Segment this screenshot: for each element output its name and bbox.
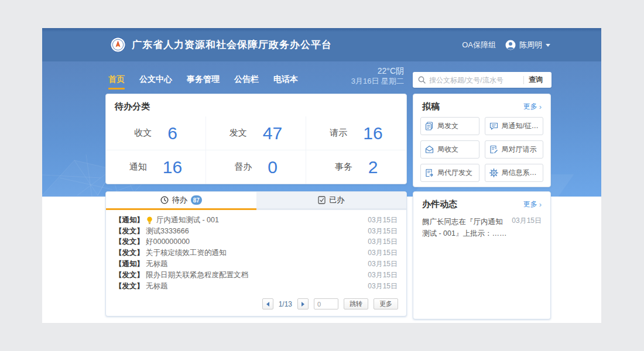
checklist-icon [318,196,326,204]
task-item[interactable]: 【通知】 无标题 03月15日 [115,259,398,270]
clock-icon [160,196,169,204]
draft-notice-button[interactable]: 局通知/征求意见/... [485,117,544,135]
search-input[interactable] [429,76,522,84]
task-list-panel: 待办 87 已办 【通知】 厅内通知测试 - 001 03月 [105,191,407,316]
app-header: 广东省人力资源和社会保障厅政务办公平台 OA保障组 陈周明 [42,28,601,61]
todo-summary-title: 待办分类 [115,101,150,112]
weather-temperature: 22°C阴 [351,66,404,77]
search-divider [523,76,524,84]
lightbulb-icon [146,216,153,224]
search-icon [418,76,426,84]
nav-item-home[interactable]: 首页 [108,74,125,90]
activity-panel-title: 办件动态 [422,199,457,210]
comment-icon [489,122,498,130]
nav-item-bulletin[interactable]: 公告栏 [234,74,259,90]
chevron-right-icon: › [539,201,542,208]
draft-more-link[interactable]: 更多 › [523,102,542,112]
activity-more-link[interactable]: 更多 › [523,199,542,209]
pager-prev-button[interactable] [262,298,273,309]
search-bar: 查询 [413,72,551,88]
brand: 广东省人力资源和社会保障厅政务办公平台 [110,37,332,53]
tab-done-label: 已办 [329,195,344,205]
draft-buttons-grid: 局发文 局通知/征求意见/... 局收文 [413,117,550,182]
nav-item-phonebook[interactable]: 电话本 [273,74,298,90]
draft-incoming-doc-button[interactable]: 局收文 [420,140,479,159]
user-menu[interactable]: 陈周明 [505,40,550,50]
stat-notices[interactable]: 通知 16 [106,150,206,184]
gear-icon [489,168,498,177]
tab-done[interactable]: 已办 [256,192,407,210]
stat-supervision[interactable]: 督办 0 [206,150,306,184]
task-item[interactable]: 【发文】 无标题 03月15日 [115,281,398,292]
weather-date: 3月16日 星期二 [351,77,404,86]
task-item[interactable]: 【通知】 厅内通知测试 - 001 03月15日 [115,215,398,226]
weather-widget: 22°C阴 3月16日 星期二 [351,66,404,86]
pager-next-button[interactable] [297,298,309,309]
open-envelope-icon [425,145,434,154]
stat-requests[interactable]: 请示 16 [306,116,406,150]
document-copy-icon [425,122,434,130]
main-window: 广东省人力资源和社会保障厅政务办公平台 OA保障组 陈周明 [42,28,601,323]
task-item[interactable]: 【发文】 好000000000 03月15日 [115,237,398,248]
document-edit-icon [489,145,498,154]
task-item[interactable]: 【发文】 测试3333666 03月15日 [115,226,398,237]
task-item[interactable]: 【发文】 关于核定绩效工资的通知 03月15日 [115,247,398,259]
todo-summary-panel: 待办分类 收文 6 发文 47 请示 16 通知 16 督办 0 [105,94,407,184]
stat-affairs[interactable]: 事务 2 [306,150,406,184]
pagination: 1/13 跳转 更多 [262,298,398,309]
nav-item-affairs[interactable]: 事务管理 [187,74,220,90]
tab-todo[interactable]: 待办 87 [106,192,256,210]
main-nav: 首页 公文中心 事务管理 公告栏 电话本 [108,74,298,90]
todo-count-badge: 87 [191,195,202,205]
draft-request-button[interactable]: 局对厅请示 [485,140,544,159]
document-send-icon [425,168,434,177]
arrow-right-icon [302,302,304,307]
activity-text: 阙广长同志在『厅内通知测试 - 001』上批示：…… [422,216,508,239]
stat-incoming-docs[interactable]: 收文 6 [106,116,206,150]
header-user-area: OA保障组 陈周明 [462,28,550,61]
todo-stats-grid: 收文 6 发文 47 请示 16 通知 16 督办 0 事务 2 [106,116,406,184]
user-avatar-icon [505,40,516,50]
activity-date: 03月15日 [512,216,542,226]
pager-current-page: 1/13 [279,300,292,308]
pager-jump-input[interactable] [314,298,338,309]
draft-panel-title: 拟稿 [422,101,440,112]
draft-proxy-doc-button[interactable]: 局代厅发文 [420,164,479,182]
user-name: 陈周明 [519,40,542,50]
arrow-left-icon [266,302,269,307]
stat-outgoing-docs[interactable]: 发文 47 [206,116,306,150]
task-list: 【通知】 厅内通知测试 - 001 03月15日 【发文】 测试3333666 … [106,215,406,292]
task-tabs: 待办 87 已办 [106,192,406,210]
draft-panel: 拟稿 更多 › 局发文 局通知/征求意见/... [413,94,551,187]
tab-todo-label: 待办 [172,195,187,205]
pager-jump-button[interactable]: 跳转 [344,298,368,309]
user-group-label: OA保障组 [462,40,496,50]
pager-more-button[interactable]: 更多 [374,298,398,309]
chevron-right-icon: › [539,103,542,111]
caret-down-icon [546,44,550,47]
task-item[interactable]: 【发文】 限办日期关联紧急程度配置文档 03月15日 [115,270,398,281]
nav-item-document-center[interactable]: 公文中心 [139,74,172,90]
app-logo-icon [110,37,126,53]
search-button[interactable]: 查询 [525,75,546,85]
activity-item[interactable]: 阙广长同志在『厅内通知测试 - 001』上批示：…… 03月15日 [413,215,550,240]
app-title: 广东省人力资源和社会保障厅政务办公平台 [132,38,332,51]
activity-panel: 办件动态 更多 › 阙广长同志在『厅内通知测试 - 001』上批示：…… 03月… [413,191,551,319]
draft-system-maintenance-button[interactable]: 局信息系统维护 [485,164,544,182]
draft-outgoing-doc-button[interactable]: 局发文 [420,117,479,135]
